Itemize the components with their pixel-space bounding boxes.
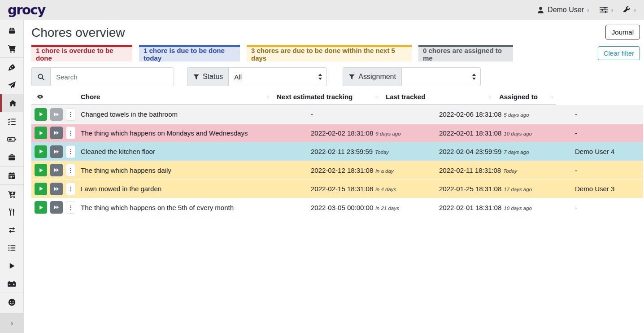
chore-name[interactable]: The thing which happens on the 5th of ev… <box>76 204 306 211</box>
chore-name[interactable]: The thing which happens daily <box>76 166 306 174</box>
collapse-chevron-icon: › <box>11 319 13 327</box>
skip-chore-button[interactable] <box>50 201 63 214</box>
sidebar-item-transfer[interactable] <box>0 221 23 239</box>
select-caret-icon <box>472 74 476 80</box>
track-chore-button[interactable] <box>35 201 47 214</box>
row-menu-button[interactable]: ⋮ <box>66 145 75 158</box>
table-row: ⋮ The thing which happens on Mondays and… <box>31 124 643 143</box>
table-row: ⋮ The thing which happens daily 2022-02-… <box>31 161 643 180</box>
row-menu-button[interactable]: ⋮ <box>66 201 75 214</box>
play-icon <box>8 262 16 270</box>
assignment-filter-label: Assignment <box>358 73 396 81</box>
status-filter-select[interactable]: All <box>228 67 327 86</box>
sidebar-item-stock[interactable] <box>0 22 23 39</box>
row-menu-button[interactable]: ⋮ <box>66 183 75 195</box>
skip-chore-button[interactable] <box>50 164 63 176</box>
assigned-to: - <box>570 166 643 174</box>
sort-icon: ↑↓ <box>375 94 378 99</box>
next-tracking-date: - <box>311 110 313 118</box>
sidebar-item-inventory[interactable] <box>0 239 23 257</box>
track-chore-button[interactable] <box>35 127 47 139</box>
select-caret-icon <box>318 74 322 80</box>
sidebar-collapse-toggle[interactable]: › <box>0 313 24 333</box>
row-menu-button[interactable]: ⋮ <box>66 127 75 139</box>
chores-table-body: ⋮ Changed towels in the bathroom - 2022-… <box>31 105 643 217</box>
car-battery-icon <box>7 280 16 288</box>
sidebar-item-meal-plan[interactable] <box>0 76 23 94</box>
next-tracking-date: 2022-02-12 18:31:08 <box>311 166 373 174</box>
chevron-right-icon: › <box>611 7 614 13</box>
table-controls: Status All Assignment <box>31 67 640 86</box>
chevron-right-icon: › <box>587 7 589 13</box>
toolbox-icon <box>8 153 16 162</box>
cart-plus-icon <box>8 190 16 198</box>
last-tracked-date: 2022-02-06 18:31:08 <box>439 110 501 118</box>
sidebar-item-purchase[interactable] <box>0 185 23 203</box>
search-input[interactable] <box>50 67 174 86</box>
home-icon <box>9 99 17 108</box>
skip-chore-button[interactable] <box>50 183 63 195</box>
sidebar-item-consume[interactable] <box>0 203 23 221</box>
sidebar-item-equipment[interactable] <box>0 148 23 166</box>
skip-chore-button <box>50 108 63 121</box>
status-filter-addon: Status <box>187 67 228 86</box>
sidebar-item-battery-tracking[interactable] <box>0 275 23 293</box>
status-filter-label: Status <box>203 73 223 81</box>
paper-plane-icon <box>8 81 16 89</box>
skip-chore-button[interactable] <box>50 145 63 158</box>
pizza-slice-icon <box>8 63 16 71</box>
last-tracked-ago: 7 days ago <box>504 149 529 155</box>
sidebar-item-calendar[interactable] <box>0 166 23 184</box>
column-header-assigned-to[interactable]: Assigned to↑↓ <box>495 89 556 104</box>
sidebar-item-shopping-list[interactable] <box>0 39 23 57</box>
column-header-next-tracking[interactable]: Next estimated tracking↑↓ <box>272 89 381 104</box>
chore-name[interactable]: The thing which happens on Mondays and W… <box>76 129 306 137</box>
settings-menu[interactable]: › <box>599 6 614 14</box>
sidebar-item-chores-overview[interactable] <box>0 94 23 112</box>
admin-menu[interactable]: › <box>623 6 636 14</box>
chore-name[interactable]: Changed towels in the bathroom <box>76 110 306 118</box>
journal-button[interactable]: Journal <box>605 25 640 39</box>
last-tracked-date: 2022-02-01 18:31:08 <box>439 129 501 137</box>
assignment-filter-select[interactable] <box>401 67 481 86</box>
track-chore-button[interactable] <box>35 183 47 195</box>
battery-icon <box>7 135 17 144</box>
skip-chore-button[interactable] <box>50 127 63 139</box>
table-row: ⋮ Changed towels in the bathroom - 2022-… <box>31 105 643 124</box>
column-header-chore[interactable]: Chore↑↓ <box>76 89 272 104</box>
filter-card-overdue[interactable]: 1 chore is overdue to be done <box>31 45 132 61</box>
next-tracking-date: 2022-02-11 23:59:59 <box>311 148 373 155</box>
track-chore-button[interactable] <box>35 108 47 121</box>
assignment-filter-addon: Assignment <box>343 67 401 86</box>
last-tracked-date: 2022-02-04 23:59:59 <box>439 148 501 155</box>
row-menu-button[interactable]: ⋮ <box>66 108 75 121</box>
sort-icon: ↑↓ <box>488 94 491 99</box>
sidebar-item-chore-tracking[interactable] <box>0 257 23 275</box>
sidebar-item-user-settings[interactable] <box>0 293 23 311</box>
filter-funnel-icon <box>193 74 200 80</box>
assigned-to: - <box>570 204 643 211</box>
chore-name[interactable]: Lawn mowed in the garden <box>76 185 306 193</box>
last-tracked-ago: 17 days ago <box>504 187 532 192</box>
user-menu[interactable]: Demo User › <box>537 6 589 14</box>
eye-icon[interactable] <box>37 93 44 100</box>
clear-filter-button[interactable]: Clear filter <box>598 46 640 60</box>
track-chore-button[interactable] <box>35 145 47 158</box>
row-menu-button[interactable]: ⋮ <box>66 164 75 176</box>
filter-card-assigned-to-me[interactable]: 0 chores are assigned to me <box>418 45 513 61</box>
last-tracked-date: 2022-02-01 18:31:08 <box>439 204 501 211</box>
track-chore-button[interactable] <box>35 164 47 176</box>
sidebar-item-recipes[interactable] <box>0 58 23 76</box>
shopping-cart-icon <box>8 44 16 53</box>
grocy-logo[interactable]: grocy <box>8 4 45 17</box>
filter-card-due-soon[interactable]: 3 chores are due to be done within the n… <box>247 45 412 61</box>
sidebar-item-tasks[interactable] <box>0 112 23 130</box>
filter-card-due-today[interactable]: 1 chore is due to be done today <box>139 45 240 61</box>
sort-icon: ↑↓ <box>266 94 269 99</box>
top-navbar: grocy Demo User › › › <box>0 0 644 20</box>
chore-name[interactable]: Cleaned the kitchen floor <box>76 148 306 155</box>
sidebar-item-batteries[interactable] <box>0 130 23 148</box>
filter-funnel-icon <box>348 74 355 80</box>
column-header-last-tracked[interactable]: Last tracked↑↓ <box>381 89 495 104</box>
calendar-icon <box>8 171 16 180</box>
